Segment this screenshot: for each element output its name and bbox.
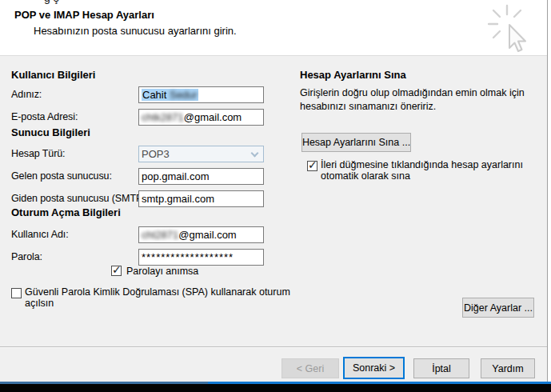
clipped-text-glyphs: ğ ş [44,0,92,4]
email-input[interactable]: chtk2871@gmail.com [138,109,264,126]
outgoing-server-input[interactable]: smtp.gmail.com [138,190,264,207]
selected-text: Cahit Sedur [142,89,198,101]
back-button: < Geri [281,358,339,378]
section-server-info: Sunucu Bilgileri [11,126,90,138]
email-value-redacted: chtk2871 [142,111,184,123]
email-label: E-posta Adresi: [11,111,78,122]
spa-checkbox[interactable] [11,288,22,298]
outgoing-server-label: Giden posta sunucusu (SMTP): [11,193,149,204]
desktop-black-strip [0,384,551,392]
help-button[interactable]: Yardım [481,358,535,378]
email-value: @gmail.com [184,111,242,123]
dialog-subtitle: Hesabınızın posta sunucusu ayarlarını gi… [34,25,237,37]
name-label: Adınız: [11,89,42,100]
name-value: Cahit [142,89,170,101]
account-type-value: POP3 [142,148,170,160]
name-value-redacted: Sedur [170,89,198,101]
wizard-header: ğ ş POP ve IMAP Hesap Ayarları Hesabınız… [0,0,547,56]
remember-password-checkbox[interactable] [111,266,122,276]
auto-test-checkbox[interactable] [307,161,317,171]
chevron-down-icon [251,150,259,158]
spa-label: Güvenli Parola Kimlik Doğrulaması (SPA) … [25,286,305,309]
incoming-server-input[interactable]: pop.gmail.com [138,168,264,185]
section-logon-info: Oturum Açma Bilgileri [11,206,121,218]
cancel-button[interactable]: İptal [413,358,469,378]
window-right-edge [547,0,551,384]
more-settings-button[interactable]: Diğer Ayarlar ... [462,298,534,318]
username-label: Kullanıcı Adı: [11,229,69,240]
account-type-label: Hesap Türü: [11,148,65,159]
section-user-info: Kullanıcı Bilgileri [11,69,95,81]
username-value-redacted: cht2871 [142,229,178,241]
password-input[interactable]: ******************* [138,249,264,266]
auto-test-label: İleri düğmesine tıklandığında hesap ayar… [321,159,545,182]
incoming-server-label: Gelen posta sunucusu: [11,170,112,182]
password-label: Parola: [11,251,42,262]
remember-password-label: Parolayı anımsa [126,266,198,277]
account-type-select: POP3 [138,146,264,162]
click-cursor-icon [488,3,537,54]
name-input[interactable]: Cahit Sedur [138,86,264,103]
test-account-settings-button[interactable]: Hesap Ayarlarını Sına ... [301,133,411,152]
username-value: @gmail.com [178,229,236,241]
test-settings-description: Girişlerin doğru olup olmadığından emin … [300,86,548,114]
clipped-background-text: ğ ş [44,0,92,4]
footer-separator [0,346,547,347]
username-input[interactable]: cht2871@gmail.com [138,226,264,243]
section-test-settings: Hesap Ayarlarını Sına [300,69,406,81]
dialog-title: POP ve IMAP Hesap Ayarları [14,9,154,21]
next-button[interactable]: Sonraki > [343,357,405,379]
